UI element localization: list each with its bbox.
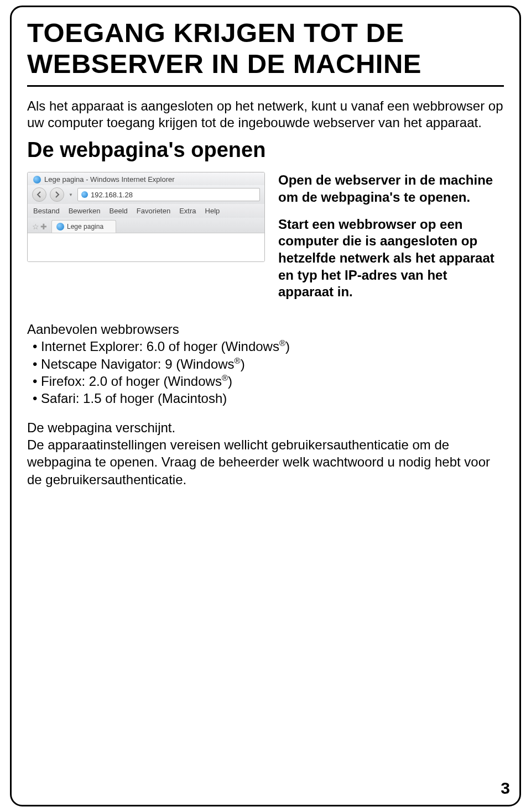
title-divider [27,85,504,87]
favorites-icons[interactable]: ☆ ✚ [32,222,47,231]
browser-titlebar: Lege pagina - Windows Internet Explorer [28,172,264,185]
browser-title-text: Lege pagina - Windows Internet Explorer [44,175,175,184]
browser-ie-suf: ) [285,339,290,354]
arrow-left-icon [36,191,43,198]
page-number: 3 [501,779,510,798]
tab-page-icon [56,223,64,230]
nav-dropdown-icon: ▼ [67,190,74,199]
browser-ff-suf: ) [228,374,232,389]
page-icon [81,191,88,198]
browser-screenshot: Lege pagina - Windows Internet Explorer … [27,172,265,262]
browser-menu-row: Bestand Bewerken Beeld Favorieten Extra … [28,204,264,218]
menu-beeld[interactable]: Beeld [110,207,128,215]
back-button[interactable] [32,187,46,202]
list-item: Internet Explorer: 6.0 of hoger (Windows… [33,338,504,355]
browser-nn-text: Netscape Navigator: 9 (Windows [41,357,234,371]
list-item: Netscape Navigator: 9 (Windows®) [33,355,504,373]
browser-ff-text: Firefox: 2.0 of hoger (Windows [41,374,222,389]
registered-icon: ® [235,356,241,365]
menu-bestand[interactable]: Bestand [33,207,60,215]
footer-line-1: De webpagina verschijnt. [27,419,504,436]
arrow-right-icon [54,191,60,198]
browser-tab-row: ☆ ✚ Lege pagina [28,218,264,233]
menu-help[interactable]: Help [205,207,220,215]
instruction-open: Open de webserver in de machine om de we… [278,172,504,206]
section-heading: De webpagina's openen [27,138,504,162]
browser-content-area [28,233,264,261]
registered-icon: ® [279,338,285,348]
address-bar[interactable]: 192.168.1.28 [77,188,260,201]
address-text: 192.168.1.28 [91,191,133,199]
menu-favorieten[interactable]: Favorieten [137,207,170,215]
menu-extra[interactable]: Extra [179,207,196,215]
list-item: Firefox: 2.0 of hoger (Windows®) [33,373,504,390]
browsers-lead: Aanbevolen webbrowsers [27,321,504,338]
menu-bewerken[interactable]: Bewerken [69,207,101,215]
page-title: TOEGANG KRIJGEN TOT DE WEBSERVER IN DE M… [27,17,504,80]
page-frame: TOEGANG KRIJGEN TOT DE WEBSERVER IN DE M… [10,6,521,806]
browser-nav-row: ▼ 192.168.1.28 [28,185,264,204]
browsers-list: Internet Explorer: 6.0 of hoger (Windows… [33,338,504,407]
registered-icon: ® [222,373,228,383]
star-icon: ☆ [32,222,39,231]
add-favorite-icon: ✚ [40,222,47,231]
footer-line-2: De apparaatinstellingen vereisen wellich… [27,436,504,488]
browser-ie-text: Internet Explorer: 6.0 of hoger (Windows [41,339,279,354]
list-item: Safari: 1.5 of hoger (Macintosh) [33,390,504,407]
intro-paragraph: Als het apparaat is aangesloten op het n… [27,98,504,132]
ie-icon [33,176,41,184]
forward-button[interactable] [50,187,64,202]
tab-label: Lege pagina [67,223,103,230]
instruction-start: Start een webbrowser op een computer die… [278,216,504,301]
browser-tab[interactable]: Lege pagina [51,220,116,233]
browser-nn-suf: ) [241,357,245,371]
